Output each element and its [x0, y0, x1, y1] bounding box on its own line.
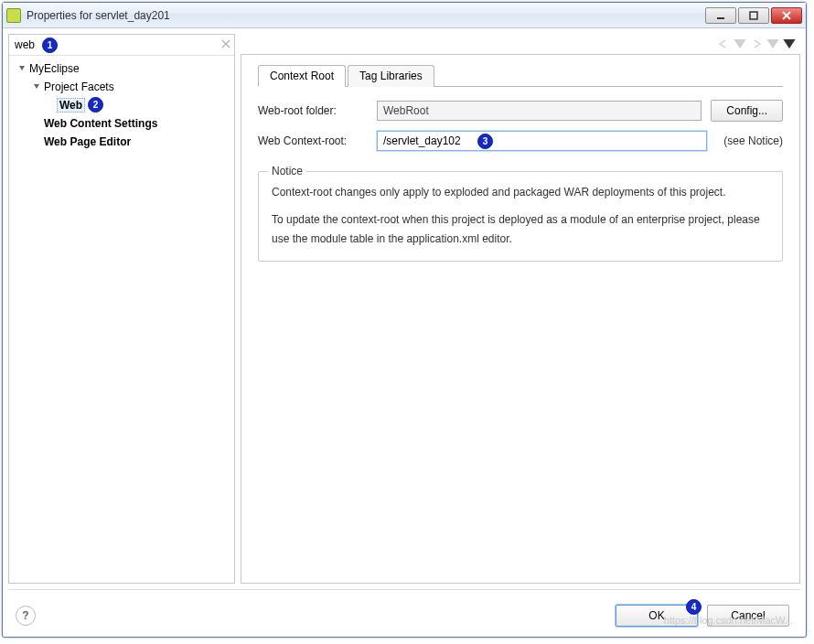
tab-label: Context Root [270, 70, 334, 82]
cancel-button[interactable]: Cancel [707, 605, 789, 627]
close-icon [781, 11, 792, 20]
arrow-left-icon [717, 39, 730, 48]
window-title: Properties for servlet_day201 [27, 9, 705, 22]
help-button[interactable]: ? [16, 606, 36, 626]
web-root-row: Web-root folder: Config... [258, 100, 783, 122]
button-label: Cancel [731, 609, 765, 622]
tree-label: MyEclipse [29, 62, 80, 75]
search-row: 1 [9, 35, 234, 56]
expand-toggle-icon[interactable] [31, 81, 42, 92]
nav-forward-button[interactable] [749, 37, 764, 51]
annotation-badge-4: 4 [686, 599, 702, 615]
clear-filter-button[interactable] [218, 38, 234, 51]
tab-label: Tag Libraries [359, 70, 423, 82]
tree-label: Project Facets [44, 80, 114, 93]
context-root-field[interactable] [377, 131, 707, 151]
clear-icon [221, 39, 230, 48]
view-menu-button[interactable] [782, 37, 797, 51]
context-root-row: Web Context-root: (see Notice) 3 [258, 131, 783, 151]
nav-toolbar [241, 34, 800, 54]
web-root-label: Web-root folder: [258, 104, 368, 117]
minimize-icon [715, 11, 726, 20]
nav-back-button[interactable] [716, 37, 731, 51]
config-button[interactable]: Config... [711, 100, 783, 122]
right-pane: Context Root Tag Libraries Web-root fold… [241, 34, 800, 584]
svg-marker-4 [734, 39, 745, 48]
expand-toggle-icon[interactable] [16, 63, 27, 74]
properties-dialog: Properties for servlet_day201 [2, 2, 807, 638]
nav-tree: MyEclipse Project Facets Web 2 Web Conte… [9, 56, 234, 583]
button-bar: ? OK 4 Cancel https://blog.csdn.net/MacW… [8, 589, 800, 631]
notice-legend: Notice [268, 165, 306, 177]
tree-item-web[interactable]: Web 2 [11, 96, 232, 114]
tree-item-myeclipse[interactable]: MyEclipse [11, 59, 232, 78]
annotation-badge-1: 1 [42, 38, 58, 53]
tab-bar: Context Root Tag Libraries [258, 64, 783, 87]
left-pane: 1 MyEclipse Project Facets Web 2 [8, 34, 235, 584]
dialog-body: 1 MyEclipse Project Facets Web 2 [3, 28, 806, 637]
context-root-label: Web Context-root: [258, 134, 368, 147]
title-bar: Properties for servlet_day201 [3, 3, 806, 28]
notice-box: Notice Context-root changes only apply t… [258, 171, 783, 262]
chevron-down-icon [766, 39, 779, 48]
app-icon [6, 8, 21, 23]
nav-back-menu[interactable] [733, 37, 747, 51]
tree-label-selected: Web [57, 98, 85, 113]
tree-item-web-page-editor[interactable]: Web Page Editor [11, 133, 232, 151]
see-notice-text: (see Notice) [723, 134, 783, 147]
button-label: OK [648, 609, 664, 622]
annotation-badge-2: 2 [88, 97, 103, 113]
chevron-down-icon [783, 39, 796, 48]
arrow-right-icon [750, 39, 763, 48]
svg-marker-5 [766, 39, 778, 48]
svg-rect-1 [750, 12, 757, 19]
notice-line-2: To update the context-root when this pro… [272, 210, 769, 248]
minimize-button[interactable] [705, 7, 736, 24]
maximize-button[interactable] [738, 7, 769, 24]
svg-marker-2 [19, 66, 25, 70]
svg-marker-3 [34, 84, 39, 89]
tab-context-root[interactable]: Context Root [258, 65, 346, 87]
close-button[interactable] [771, 7, 802, 24]
tree-item-web-content-settings[interactable]: Web Content Settings [11, 114, 232, 133]
tree-item-project-facets[interactable]: Project Facets [11, 78, 232, 96]
nav-forward-menu[interactable] [766, 37, 780, 51]
maximize-icon [748, 11, 759, 20]
content-split: 1 MyEclipse Project Facets Web 2 [8, 34, 800, 584]
tree-label: Web Content Settings [44, 117, 157, 130]
notice-line-1: Context-root changes only apply to explo… [272, 183, 769, 201]
window-controls [705, 7, 802, 24]
web-root-field[interactable] [377, 101, 702, 121]
button-label: Config... [726, 104, 767, 117]
tab-tag-libraries[interactable]: Tag Libraries [348, 65, 434, 87]
filter-input[interactable] [9, 35, 218, 55]
svg-rect-0 [717, 17, 724, 19]
content-panel: Context Root Tag Libraries Web-root fold… [241, 54, 800, 584]
svg-marker-6 [783, 39, 795, 48]
annotation-badge-3: 3 [477, 134, 493, 149]
help-icon: ? [22, 609, 28, 622]
tree-label: Web Page Editor [44, 135, 131, 148]
chevron-down-icon [734, 39, 746, 48]
